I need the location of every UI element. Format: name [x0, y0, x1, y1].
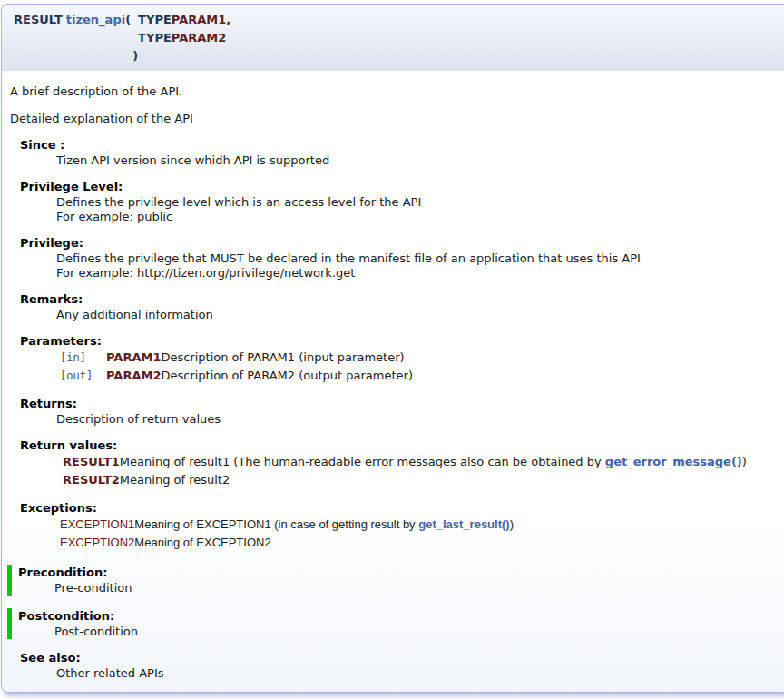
- section-heading: Since :: [20, 137, 782, 153]
- section-content: Post-condition: [54, 625, 782, 639]
- param-type: TYPE: [138, 31, 172, 44]
- exception-row: EXCEPTION2 Meaning of EXCEPTION2: [60, 534, 514, 552]
- exception-name: EXCEPTION1: [60, 516, 134, 534]
- section-content: For example: http://tizen.org/privilege/…: [56, 266, 782, 281]
- parameters-table: [in] PARAM1 Description of PARAM1 (input…: [60, 349, 413, 385]
- detailed-description: Detailed explanation of the API: [10, 111, 782, 126]
- section-content: Description of return values: [56, 412, 782, 427]
- return-value-name: RESULT2: [63, 471, 120, 489]
- param-name: PARAM1: [106, 349, 161, 367]
- section-content: Tizen API version since whidh API is sup…: [56, 153, 782, 168]
- get-error-message-link[interactable]: get_error_message(): [605, 455, 742, 468]
- close-paren: ): [125, 49, 138, 63]
- section-content: Defines the privilege level which is an …: [56, 195, 782, 210]
- section-content: For example: public: [56, 210, 782, 224]
- exception-description: Meaning of EXCEPTION2: [134, 534, 514, 552]
- section-exceptions: Exceptions: EXCEPTION1 Meaning of EXCEPT…: [20, 500, 782, 552]
- signature-table: RESULTtizen_api ( TYPE PARAM1, TYPE: [14, 11, 230, 65]
- param-name: PARAM2: [106, 367, 161, 385]
- section-postcondition: Postcondition: Post-condition: [7, 608, 782, 639]
- section-heading: Parameters:: [20, 333, 782, 349]
- get-last-result-link[interactable]: get_last_result(): [418, 517, 509, 531]
- section-heading: Return values:: [20, 438, 782, 453]
- return-value-name: RESULT1: [63, 453, 120, 471]
- param-direction: [out]: [60, 367, 106, 385]
- section-heading: Postcondition:: [18, 608, 782, 624]
- param-name: PARAM2: [172, 31, 226, 44]
- section-privilege: Privilege: Defines the privilege that MU…: [20, 235, 782, 281]
- section-since: Since : Tizen API version since whidh AP…: [20, 137, 782, 168]
- section-privilege-level: Privilege Level: Defines the privilege l…: [20, 179, 782, 224]
- section-content: Pre-condition: [54, 581, 782, 596]
- param-type: TYPE: [138, 13, 172, 26]
- section-return-values: Return values: RESULT1 Meaning of result…: [20, 438, 782, 489]
- section-content: Any additional information: [56, 308, 782, 322]
- parameter-row: [out] PARAM2 Description of PARAM2 (outp…: [60, 367, 413, 385]
- return-value-row: RESULT2 Meaning of result2: [63, 471, 747, 489]
- section-heading: Remarks:: [20, 291, 782, 307]
- section-heading: Privilege:: [20, 235, 782, 251]
- param-description: Description of PARAM2 (output parameter): [161, 367, 413, 385]
- return-value-row: RESULT1 Meaning of result1 (The human-re…: [63, 453, 747, 471]
- exception-name: EXCEPTION2: [60, 534, 134, 552]
- section-see-also: See also: Other related APIs: [20, 650, 782, 681]
- section-heading: Precondition:: [18, 565, 782, 580]
- return-type: RESULT: [14, 13, 63, 26]
- open-paren: (: [125, 13, 131, 26]
- parameter-row: [in] PARAM1 Description of PARAM1 (input…: [60, 349, 413, 367]
- return-values-table: RESULT1 Meaning of result1 (The human-re…: [63, 453, 747, 489]
- section-content: Other related APIs: [56, 666, 782, 681]
- function-documentation-body: A brief description of the API. Detailed…: [1, 71, 784, 693]
- function-signature-header: RESULTtizen_api ( TYPE PARAM1, TYPE: [1, 4, 784, 71]
- param-description: Description of PARAM1 (input parameter): [161, 349, 413, 367]
- return-value-description: Meaning of result1 (The human-readable e…: [120, 453, 747, 471]
- section-remarks: Remarks: Any additional information: [20, 291, 782, 322]
- exception-row: EXCEPTION1 Meaning of EXCEPTION1 (in cas…: [60, 516, 514, 534]
- brief-description: A brief description of the API.: [10, 84, 782, 99]
- section-heading: See also:: [20, 650, 782, 665]
- exception-description: Meaning of EXCEPTION1 (in case of gettin…: [134, 516, 514, 534]
- section-returns: Returns: Description of return values: [20, 396, 782, 427]
- api-doc-card: RESULTtizen_api ( TYPE PARAM1, TYPE: [1, 4, 784, 693]
- exceptions-table: EXCEPTION1 Meaning of EXCEPTION1 (in cas…: [60, 516, 514, 552]
- param-name: PARAM1,: [172, 13, 230, 26]
- section-heading: Returns:: [20, 396, 782, 411]
- section-parameters: Parameters: [in] PARAM1 Description of P…: [20, 333, 782, 385]
- section-heading: Privilege Level:: [20, 179, 782, 194]
- param-direction: [in]: [60, 349, 106, 367]
- section-precondition: Precondition: Pre-condition: [7, 565, 782, 596]
- section-heading: Exceptions:: [20, 500, 782, 516]
- function-name-link[interactable]: tizen_api: [66, 13, 125, 26]
- return-value-description: Meaning of result2: [120, 471, 747, 489]
- section-content: Defines the privilege that MUST be decla…: [56, 251, 782, 266]
